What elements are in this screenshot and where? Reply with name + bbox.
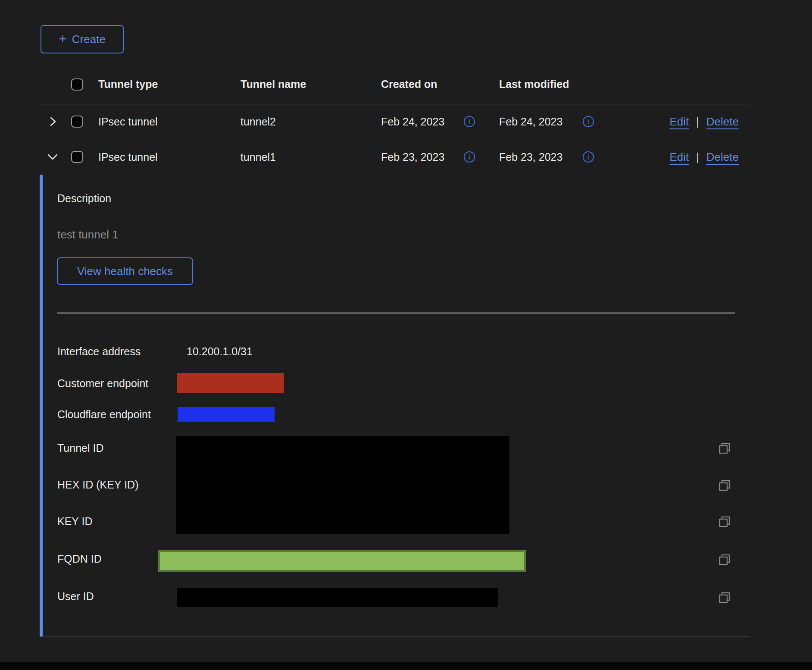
column-header-last-modified: Last modified xyxy=(499,65,569,104)
info-icon[interactable]: i xyxy=(583,151,594,163)
copy-tunnel-id-button[interactable] xyxy=(718,442,731,454)
customer-endpoint-redacted-value xyxy=(177,373,284,393)
delete-link[interactable]: Delete xyxy=(706,150,739,164)
user-id-redacted-value xyxy=(177,588,498,607)
chevron-right-icon xyxy=(47,116,58,127)
row-checkbox[interactable] xyxy=(71,151,83,163)
created-on-cell: Feb 23, 2023 xyxy=(381,139,444,175)
column-header-tunnel-type: Tunnel type xyxy=(98,65,158,104)
tunnels-page: + Create Tunnel type Tunnel name Created… xyxy=(0,0,812,670)
info-icon[interactable]: i xyxy=(464,116,475,127)
actions-separator: | xyxy=(696,151,699,163)
info-icon[interactable]: i xyxy=(583,116,594,127)
copy-icon xyxy=(718,442,731,454)
column-header-created-on: Created on xyxy=(381,65,437,104)
copy-fqdn-id-button[interactable] xyxy=(718,554,731,566)
collapse-row-button[interactable] xyxy=(44,139,61,175)
panel-divider xyxy=(57,313,735,313)
copy-user-id-button[interactable] xyxy=(718,592,731,604)
row-checkbox[interactable] xyxy=(71,116,83,128)
create-button-label: Create xyxy=(72,33,106,46)
tunnel-name-cell: tunnel1 xyxy=(240,139,276,175)
last-modified-cell: Feb 23, 2023 xyxy=(499,139,562,175)
column-header-tunnel-name: Tunnel name xyxy=(240,65,306,104)
ids-redacted-value xyxy=(176,436,509,534)
table-row: IPsec tunnel tunnel2 Feb 24, 2023 i Feb … xyxy=(40,104,750,139)
copy-hex-id-button[interactable] xyxy=(718,479,731,492)
view-health-checks-button[interactable]: View health checks xyxy=(57,257,193,285)
tunnels-table: Tunnel type Tunnel name Created on Last … xyxy=(40,65,750,175)
user-id-label: User ID xyxy=(57,590,94,603)
table-row: IPsec tunnel tunnel1 Feb 23, 2023 i Feb … xyxy=(40,139,750,175)
plus-icon: + xyxy=(59,32,67,46)
delete-link[interactable]: Delete xyxy=(706,115,739,128)
description-heading: Description xyxy=(57,192,111,205)
row-actions: Edit | Delete xyxy=(670,104,739,139)
actions-separator: | xyxy=(696,116,699,128)
key-id-label: KEY ID xyxy=(57,515,93,528)
row-actions: Edit | Delete xyxy=(670,139,739,175)
bottom-edge-bar xyxy=(0,662,812,670)
edit-link[interactable]: Edit xyxy=(670,115,689,128)
interface-address-label: Interface address xyxy=(57,345,141,358)
tunnel-type-cell: IPsec tunnel xyxy=(98,139,158,175)
customer-endpoint-label: Customer endpoint xyxy=(57,377,148,390)
info-icon[interactable]: i xyxy=(464,151,475,163)
tunnel-type-cell: IPsec tunnel xyxy=(98,104,158,139)
description-value: test tunnel 1 xyxy=(57,228,119,241)
edit-link[interactable]: Edit xyxy=(670,150,689,164)
copy-icon xyxy=(718,554,731,566)
tunnel-detail-panel: Description test tunnel 1 View health ch… xyxy=(40,175,750,637)
expand-row-button[interactable] xyxy=(44,104,61,139)
copy-key-id-button[interactable] xyxy=(718,516,731,528)
tunnel-id-label: Tunnel ID xyxy=(57,442,103,454)
hex-id-label: HEX ID (KEY ID) xyxy=(57,479,138,491)
created-on-cell: Feb 24, 2023 xyxy=(381,104,444,139)
copy-icon xyxy=(718,516,731,528)
cloudflare-endpoint-redacted-value xyxy=(178,407,275,422)
select-all-checkbox[interactable] xyxy=(71,78,83,91)
fqdn-id-redacted-value xyxy=(158,550,526,572)
chevron-down-icon xyxy=(47,151,59,163)
fqdn-id-label: FQDN ID xyxy=(57,553,102,565)
tunnel-name-cell: tunnel2 xyxy=(240,104,276,139)
cloudflare-endpoint-label: Cloudflare endpoint xyxy=(57,408,151,421)
create-button[interactable]: + Create xyxy=(41,25,124,53)
last-modified-cell: Feb 24, 2023 xyxy=(499,104,562,139)
copy-icon xyxy=(718,592,731,604)
table-header-row: Tunnel type Tunnel name Created on Last … xyxy=(40,65,750,104)
interface-address-value: 10.200.1.0/31 xyxy=(187,345,253,358)
copy-icon xyxy=(718,479,731,492)
